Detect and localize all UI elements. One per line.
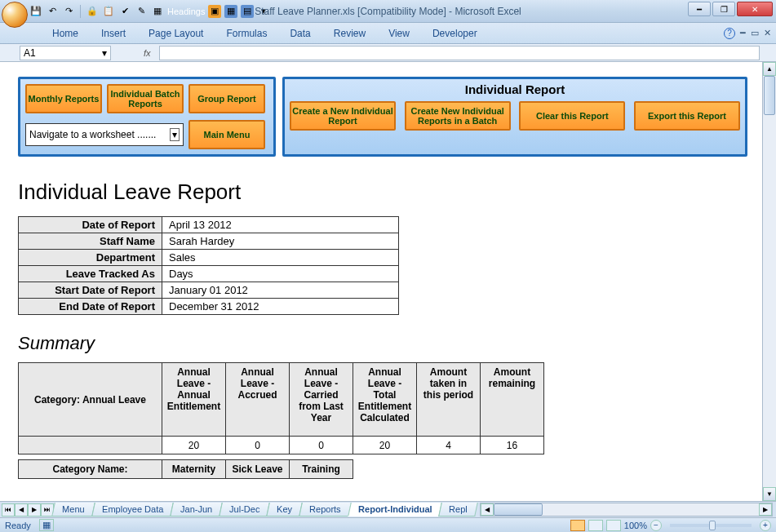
summary-heading: Summary (18, 333, 768, 354)
ribbon-tab-view[interactable]: View (377, 24, 421, 42)
qat-headings-label[interactable]: Headings (167, 7, 205, 16)
monthly-reports-button[interactable]: Monthly Reports (25, 84, 102, 113)
tab-first-button[interactable]: ⏮ (2, 503, 15, 516)
scroll-thumb[interactable] (764, 76, 775, 115)
close-button[interactable]: ✕ (737, 2, 773, 16)
macro-record-icon[interactable]: ▦ (39, 519, 54, 531)
category-col: Sick Leave (226, 460, 290, 479)
sheet-tab-menu[interactable]: Menu (51, 503, 95, 516)
create-new-batch-reports-button[interactable]: Create New Individual Reports in a Batch (405, 101, 511, 131)
zoom-out-button[interactable]: − (650, 520, 662, 531)
info-label: Date of Report (19, 217, 162, 233)
tab-next-button[interactable]: ▶ (28, 503, 41, 516)
info-value: December 31 2012 (162, 299, 399, 315)
sheet-tab-report-individual[interactable]: Report-Individual (348, 503, 442, 516)
view-icon-1[interactable]: ▣ (208, 5, 221, 18)
create-new-individual-report-button[interactable]: Create a New Individual Report (290, 101, 396, 131)
name-box[interactable]: A1 ▾ (20, 46, 111, 60)
fx-icon[interactable]: fx (144, 48, 151, 58)
hscroll-thumb[interactable] (494, 503, 543, 516)
ribbon-minimize-icon[interactable]: ━ (740, 28, 746, 38)
lock-icon[interactable]: 🔒 (86, 5, 99, 18)
category-col: Training (290, 460, 353, 479)
maximize-button[interactable]: ❐ (712, 2, 735, 16)
status-bar: Ready ▦ 100% − + (0, 517, 776, 532)
page-layout-view-button[interactable] (588, 520, 603, 531)
dropdown-value: Navigate to a worksheet ....... (29, 129, 156, 140)
ribbon-close-icon[interactable]: ✕ (764, 28, 771, 38)
undo-icon[interactable]: ↶ (46, 5, 59, 18)
normal-view-button[interactable] (570, 520, 585, 531)
table-row: Date of ReportApril 13 2012 (19, 217, 399, 233)
sheet-tab-reports[interactable]: Reports (299, 503, 351, 516)
individual-batch-reports-button[interactable]: Individual Batch Reports (107, 84, 184, 113)
help-icon[interactable]: ? (724, 28, 735, 39)
page-break-view-button[interactable] (606, 520, 621, 531)
ribbon-tab-insert[interactable]: Insert (90, 24, 137, 42)
panel-title: Individual Report (290, 82, 740, 96)
summary-col-header: Annual Leave - Annual Entitlement (162, 363, 226, 437)
zoom-slider[interactable] (670, 524, 752, 527)
info-value: April 13 2012 (162, 217, 399, 233)
report-heading: Individual Leave Report (18, 180, 768, 205)
horizontal-scrollbar[interactable]: ◀ ▶ (480, 503, 773, 516)
summary-empty-cell (19, 437, 162, 454)
ribbon-tab-pagelayout[interactable]: Page Layout (137, 24, 215, 42)
tool-icon-2[interactable]: ✔ (118, 5, 131, 18)
summary-col-header: Annual Leave - Carried from Last Year (290, 363, 353, 437)
scroll-up-button[interactable]: ▲ (763, 62, 776, 76)
sheet-tab-jan-jun[interactable]: Jan-Jun (170, 503, 223, 516)
navigate-worksheet-dropdown[interactable]: Navigate to a worksheet ....... ▾ (25, 123, 184, 146)
tool-icon-3[interactable]: ✎ (135, 5, 148, 18)
sheet-tab-key[interactable]: Key (266, 503, 303, 516)
table-row: Leave Tracked AsDays (19, 266, 399, 282)
redo-icon[interactable]: ↷ (62, 5, 75, 18)
summary-col-header: Amount remaining (481, 363, 544, 437)
view-icon-3[interactable]: ▤ (241, 5, 254, 18)
chevron-down-icon[interactable]: ▾ (102, 47, 107, 59)
tool-icon-1[interactable]: 📋 (102, 5, 115, 18)
hscroll-right-button[interactable]: ▶ (759, 503, 772, 516)
group-report-button[interactable]: Group Report (188, 84, 265, 113)
formula-bar: A1 ▾ fx (0, 44, 776, 62)
sheet-tab-repl[interactable]: Repl (438, 503, 477, 516)
clear-report-button[interactable]: Clear this Report (519, 101, 625, 131)
tool-icon-4[interactable]: ▦ (151, 5, 164, 18)
view-icon-2[interactable]: ▦ (224, 5, 237, 18)
zoom-level[interactable]: 100% (624, 521, 647, 530)
info-value: Sales (162, 250, 399, 266)
status-ready: Ready (5, 521, 31, 530)
formula-input[interactable] (159, 46, 760, 60)
summary-col-header: Amount taken in this period (417, 363, 481, 437)
ribbon-restore-icon[interactable]: ▭ (751, 28, 759, 38)
zoom-in-button[interactable]: + (760, 520, 771, 531)
info-label: Department (19, 250, 162, 266)
vertical-scrollbar[interactable]: ▲ ▼ (762, 62, 776, 501)
scroll-down-button[interactable]: ▼ (763, 487, 776, 501)
ribbon-tab-data[interactable]: Data (278, 24, 321, 42)
hscroll-left-button[interactable]: ◀ (481, 503, 494, 516)
ribbon-tab-developer[interactable]: Developer (421, 24, 489, 42)
ribbon-tab-home[interactable]: Home (41, 24, 90, 42)
summary-col-header: Annual Leave - Total Entitlement Calcula… (353, 363, 417, 437)
office-button[interactable] (2, 2, 28, 28)
category-name-label: Category Name: (19, 460, 162, 479)
tab-prev-button[interactable]: ◀ (15, 503, 28, 516)
export-report-button[interactable]: Export this Report (634, 101, 740, 131)
sheet-tab-employee-data[interactable]: Employee Data (91, 503, 174, 516)
summary-value: 0 (290, 437, 353, 454)
info-label: End Date of Report (19, 299, 162, 315)
save-icon[interactable]: 💾 (29, 5, 42, 18)
summary-value: 4 (417, 437, 481, 454)
summary-value: 0 (226, 437, 290, 454)
summary-col-header: Annual Leave - Accrued (226, 363, 290, 437)
main-menu-button[interactable]: Main Menu (188, 120, 265, 149)
ribbon-tab-formulas[interactable]: Formulas (215, 24, 278, 42)
window-controls: ━ ❐ ✕ (686, 2, 773, 16)
info-label: Start Date of Report (19, 282, 162, 299)
chevron-down-icon[interactable]: ▾ (170, 128, 180, 141)
zoom-slider-thumb[interactable] (709, 521, 716, 530)
sheet-tab-jul-dec[interactable]: Jul-Dec (219, 503, 270, 516)
minimize-button[interactable]: ━ (688, 2, 711, 16)
ribbon-tab-review[interactable]: Review (322, 24, 377, 42)
